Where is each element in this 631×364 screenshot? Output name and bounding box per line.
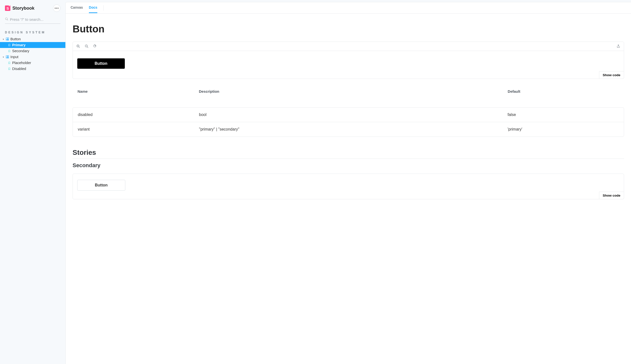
sidebar-item-label: Secondary [12, 49, 29, 53]
preview-canvas: Button [73, 51, 624, 79]
story-secondary-heading: Secondary [73, 162, 624, 169]
sidebar-item-label: Button [11, 37, 21, 41]
tabs: Canvas Docs [66, 2, 631, 14]
sidebar-item-label: Disabled [12, 67, 26, 71]
sidebar: S Storybook ••• DESIGN SYSTEM Button Pri… [0, 0, 65, 364]
example-button-primary[interactable]: Button [77, 58, 125, 69]
show-code-button[interactable]: Show code [599, 192, 624, 199]
sidebar-item-button[interactable]: Button [0, 36, 65, 42]
arg-description: bool [194, 108, 503, 122]
caret-down-icon [2, 56, 5, 58]
sidebar-item-secondary[interactable]: Secondary [0, 48, 65, 54]
toolbar-right [616, 44, 620, 48]
arg-name: disabled [73, 108, 194, 122]
example-button-secondary[interactable]: Button [77, 180, 125, 191]
storybook-logo-icon: S [5, 6, 11, 11]
sidebar-item-label: Placeholder [12, 61, 31, 65]
page-title: Button [73, 24, 624, 34]
sidebar-item-primary[interactable]: Primary [0, 42, 65, 48]
stories-heading: Stories [73, 148, 624, 159]
preview-canvas: Button [73, 174, 624, 199]
svg-line-3 [79, 47, 80, 48]
preview-toolbar [73, 42, 624, 51]
args-header-name: Name [73, 87, 194, 98]
caret-down-icon [2, 38, 5, 40]
search-icon [5, 17, 9, 22]
sidebar-section-label: DESIGN SYSTEM [0, 26, 65, 36]
bookmark-icon [8, 50, 11, 52]
brand-name: Storybook [12, 6, 35, 11]
component-icon [6, 38, 9, 40]
search-container [0, 15, 65, 26]
brand[interactable]: S Storybook [5, 6, 35, 11]
doc-body: Button [66, 14, 631, 217]
arg-name: variant [73, 122, 194, 137]
component-icon [6, 56, 9, 58]
toolbar-left [76, 44, 97, 48]
tab-divider [103, 5, 104, 11]
preview-panel-primary: Button Show code [73, 42, 624, 79]
args-header-default: Default [503, 87, 624, 98]
svg-line-7 [87, 47, 88, 48]
svg-point-0 [6, 18, 8, 20]
arg-default: false [503, 108, 624, 122]
search-input[interactable] [10, 17, 60, 22]
sidebar-item-label: Input [11, 55, 18, 59]
args-table-body: disabled bool false variant "primary" | … [73, 107, 624, 137]
preview-panel-secondary: Button Show code [73, 174, 624, 199]
show-code-button[interactable]: Show code [599, 71, 624, 79]
tab-docs[interactable]: Docs [89, 2, 97, 13]
search-field[interactable] [5, 16, 60, 24]
svg-line-1 [7, 20, 8, 20]
zoom-in-icon[interactable] [76, 44, 80, 48]
main-panel: Canvas Docs Button [65, 2, 631, 364]
arg-default: 'primary' [503, 122, 624, 137]
sidebar-menu-button[interactable]: ••• [53, 4, 60, 12]
sidebar-item-placeholder[interactable]: Placeholder [0, 60, 65, 66]
bookmark-icon [8, 44, 11, 46]
zoom-reset-icon[interactable] [93, 44, 97, 48]
arg-description: "primary" | "secondary" [194, 122, 503, 137]
bookmark-icon [8, 68, 11, 70]
args-row: disabled bool false [73, 108, 624, 122]
sidebar-item-label: Primary [12, 43, 26, 47]
zoom-out-icon[interactable] [85, 44, 89, 48]
sidebar-item-disabled[interactable]: Disabled [0, 66, 65, 72]
ellipsis-icon: ••• [55, 6, 59, 10]
sidebar-header: S Storybook ••• [0, 4, 65, 15]
args-table-header: Name Description Default [73, 87, 624, 98]
sidebar-item-input[interactable]: Input [0, 54, 65, 60]
args-header-description: Description [194, 87, 503, 98]
open-external-icon[interactable] [616, 44, 620, 48]
args-row: variant "primary" | "secondary" 'primary… [73, 122, 624, 137]
tab-canvas[interactable]: Canvas [71, 2, 83, 13]
bookmark-icon [8, 62, 11, 64]
